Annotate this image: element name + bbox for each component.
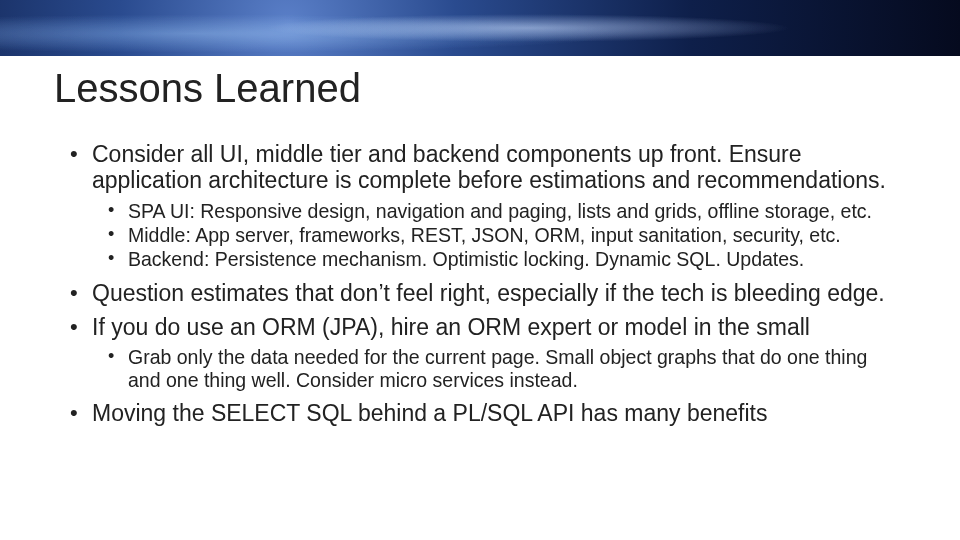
bullet-text: Question estimates that don’t feel right…: [92, 280, 885, 306]
slide-title: Lessons Learned: [54, 66, 361, 111]
list-item: Moving the SELECT SQL behind a PL/SQL AP…: [66, 401, 904, 427]
bullet-text: Grab only the data needed for the curren…: [128, 346, 867, 390]
bullet-text: Consider all UI, middle tier and backend…: [92, 141, 886, 193]
bullet-text: Backend: Persistence mechanism. Optimist…: [128, 248, 804, 270]
list-item: If you do use an ORM (JPA), hire an ORM …: [66, 315, 904, 392]
sub-bullet-list: SPA UI: Responsive design, navigation an…: [106, 200, 904, 271]
bullet-text: If you do use an ORM (JPA), hire an ORM …: [92, 314, 810, 340]
list-item: Middle: App server, frameworks, REST, JS…: [106, 224, 904, 246]
slide: Lessons Learned Consider all UI, middle …: [0, 0, 960, 540]
slide-content: Consider all UI, middle tier and backend…: [66, 142, 904, 435]
list-item: Question estimates that don’t feel right…: [66, 281, 904, 307]
bullet-text: Moving the SELECT SQL behind a PL/SQL AP…: [92, 400, 767, 426]
list-item: Backend: Persistence mechanism. Optimist…: [106, 248, 904, 270]
sub-bullet-list: Grab only the data needed for the curren…: [106, 346, 904, 391]
bullet-list: Consider all UI, middle tier and backend…: [66, 142, 904, 427]
banner-image: [0, 0, 960, 56]
bullet-text: SPA UI: Responsive design, navigation an…: [128, 200, 872, 222]
list-item: SPA UI: Responsive design, navigation an…: [106, 200, 904, 222]
list-item: Consider all UI, middle tier and backend…: [66, 142, 904, 271]
list-item: Grab only the data needed for the curren…: [106, 346, 904, 391]
bullet-text: Middle: App server, frameworks, REST, JS…: [128, 224, 841, 246]
